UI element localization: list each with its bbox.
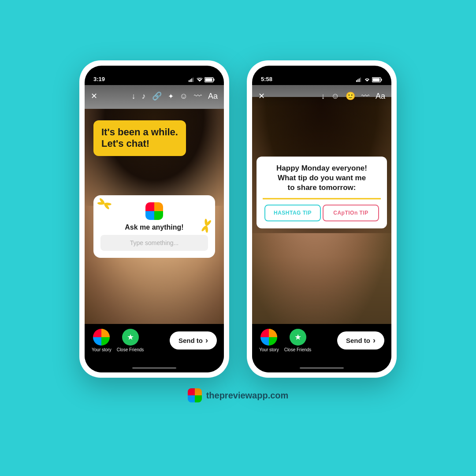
time-left: 3:19 xyxy=(93,76,105,82)
svg-rect-18 xyxy=(360,78,361,82)
svg-rect-21 xyxy=(373,78,380,82)
brand-logo-icon xyxy=(188,388,202,402)
story-options-right: Your story ★ Close Friends xyxy=(259,329,311,352)
battery-icon-left xyxy=(205,77,215,82)
svg-rect-5 xyxy=(214,79,215,81)
home-indicator-left xyxy=(85,364,224,372)
star-icon-left: ★ xyxy=(127,332,134,342)
bottom-bar-right: Your story ★ Close Friends Send to › xyxy=(252,324,391,364)
caption-right: Happy Monday everyone! What tip do you w… xyxy=(257,156,387,228)
home-bar-left xyxy=(132,367,176,369)
ask-logo-left xyxy=(145,202,163,220)
close-icon-right[interactable]: ✕ xyxy=(258,91,265,101)
ask-input-left[interactable]: Type something... xyxy=(100,235,208,251)
send-to-button-left[interactable]: Send to › xyxy=(170,331,217,350)
caption-text-right: Happy Monday everyone! What tip do you w… xyxy=(264,164,379,193)
svg-rect-3 xyxy=(193,78,193,82)
close-friends-label-left: Close Friends xyxy=(117,347,144,352)
sparkle-icon-left[interactable]: ✦ xyxy=(168,92,174,100)
svg-rect-20 xyxy=(381,79,382,81)
your-story-option-left[interactable]: Your story xyxy=(92,329,112,352)
story-area-left: ✕ ↓ ♪ 🔗 ✦ ☺ 〰 Aa It's been a while. Let'… xyxy=(85,85,224,324)
svg-rect-6 xyxy=(205,78,212,82)
status-icons-right xyxy=(356,77,383,82)
yellow-divider xyxy=(263,198,381,200)
your-story-option-right[interactable]: Your story xyxy=(259,329,279,352)
phone-right: 5:58 xyxy=(247,60,397,378)
phones-container: 3:19 xyxy=(79,60,397,378)
battery-icon-right xyxy=(372,77,383,82)
your-story-label-left: Your story xyxy=(92,347,112,352)
time-right: 5:58 xyxy=(261,76,272,82)
svg-rect-1 xyxy=(190,79,191,82)
face-icon-left[interactable]: ☺ xyxy=(180,92,188,101)
svg-rect-15 xyxy=(356,80,357,82)
music-icon-left[interactable]: ♪ xyxy=(142,92,146,101)
toolbar-right-icons-left: ↓ ♪ 🔗 ✦ ☺ 〰 Aa xyxy=(132,91,218,101)
download-icon-left[interactable]: ↓ xyxy=(132,92,136,101)
poll-container-right: HASHTAG TIP CApTIOn TIP xyxy=(264,205,379,222)
signal-icon-left xyxy=(189,78,195,82)
close-friends-icon-left: ★ xyxy=(122,329,139,346)
close-icon-left[interactable]: ✕ xyxy=(91,91,97,101)
text-icon-right[interactable]: Aa xyxy=(376,92,385,101)
your-story-label-right: Your story xyxy=(259,347,279,352)
svg-rect-16 xyxy=(357,79,358,82)
send-to-button-right[interactable]: Send to › xyxy=(337,331,384,350)
download-icon-right[interactable]: ↓ xyxy=(321,92,325,101)
wifi-icon-left xyxy=(197,78,203,82)
signal-icon-right xyxy=(356,78,362,82)
your-story-icon-right xyxy=(260,329,277,346)
face-icon-right[interactable]: ☺ xyxy=(331,92,339,101)
toolbar-right-icons-right: ↓ ☺ 🙂 〰 Aa xyxy=(321,91,385,101)
status-icons-left xyxy=(189,77,215,82)
poll-caption-label: CApTIOn TIP xyxy=(333,210,368,216)
toolbar-right: ✕ ↓ ☺ 🙂 〰 Aa xyxy=(252,85,391,107)
sticker-icon-right[interactable]: 🙂 xyxy=(346,91,355,101)
star-icon-right: ★ xyxy=(294,332,301,342)
brand-url: thepreviewapp.com xyxy=(206,390,289,401)
svg-rect-17 xyxy=(359,78,360,82)
notch-left xyxy=(128,66,181,77)
link-icon-left[interactable]: 🔗 xyxy=(152,91,162,101)
send-to-label-right: Send to xyxy=(346,337,370,344)
poll-hashtag-btn[interactable]: HASHTAG TIP xyxy=(264,205,321,222)
home-bar-right xyxy=(300,367,344,369)
ask-title-left: Ask me anything! xyxy=(125,223,183,231)
send-to-label-left: Send to xyxy=(178,337,203,344)
footer-brand: thepreviewapp.com xyxy=(188,388,289,402)
close-friends-option-left[interactable]: ★ Close Friends xyxy=(117,329,144,352)
caption-text-left: It's been a while. Let's chat! xyxy=(101,126,178,150)
close-friends-option-right[interactable]: ★ Close Friends xyxy=(284,329,312,352)
close-friends-icon-right: ★ xyxy=(290,329,306,346)
wave-icon-right[interactable]: 〰 xyxy=(361,92,369,101)
chevron-right-icon-left: › xyxy=(205,336,208,345)
wave-icon-left[interactable]: 〰 xyxy=(194,92,202,101)
poll-caption-btn[interactable]: CApTIOn TIP xyxy=(323,205,379,222)
story-area-right: ✕ ↓ ☺ 🙂 〰 Aa Happy Monday everyone! What… xyxy=(252,85,391,324)
toolbar-left: ✕ ↓ ♪ 🔗 ✦ ☺ 〰 Aa xyxy=(85,85,224,107)
wifi-icon-right xyxy=(364,78,370,82)
text-icon-left[interactable]: Aa xyxy=(208,92,218,101)
svg-rect-2 xyxy=(191,78,192,82)
chevron-right-icon-right: › xyxy=(373,336,376,345)
caption-left: It's been a while. Let's chat! xyxy=(93,120,186,156)
your-story-icon-left xyxy=(93,329,110,346)
home-indicator-right xyxy=(252,364,391,372)
notch-right xyxy=(295,66,348,77)
svg-rect-0 xyxy=(189,80,190,82)
story-options-left: Your story ★ Close Friends xyxy=(92,329,144,352)
phone-left: 3:19 xyxy=(79,60,229,378)
poll-hashtag-label: HASHTAG TIP xyxy=(274,210,312,216)
close-friends-label-right: Close Friends xyxy=(284,347,312,352)
bottom-bar-left: Your story ★ Close Friends Send to › xyxy=(85,324,224,364)
